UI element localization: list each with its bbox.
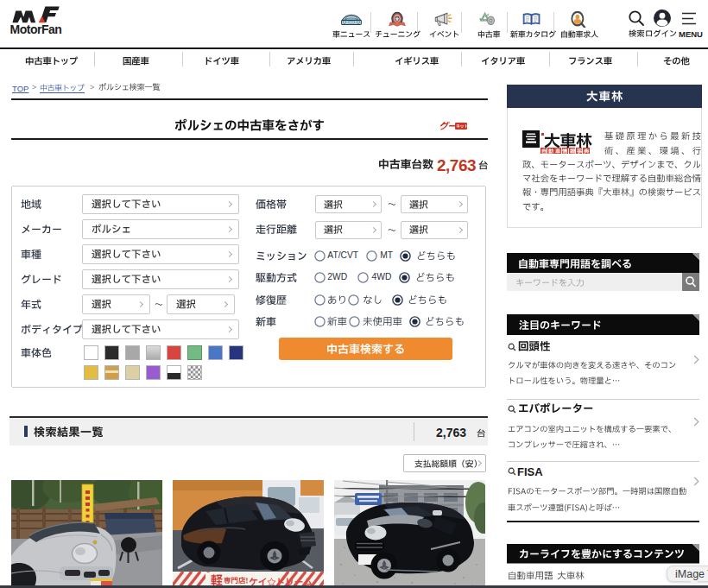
svg-text:MotorFan: MotorFan xyxy=(10,22,62,36)
